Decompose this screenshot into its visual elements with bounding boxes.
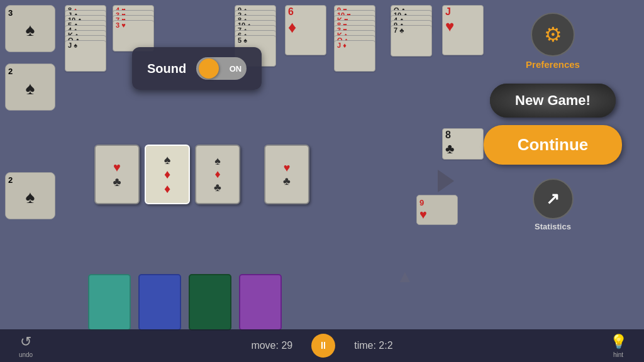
card-value: 3 [8,8,13,18]
sound-overlay: Sound ON [132,47,262,90]
card-backs-row [88,274,282,331]
right-panel: ⚙ Preferences New Game! Continue ↗ Stati… [462,0,644,362]
pause-button[interactable]: ⏸ [311,334,335,358]
preferences-button[interactable]: ⚙ [531,13,575,57]
deck-card-purple[interactable] [239,274,282,331]
lightbulb-icon: 💡 [610,334,627,350]
card-column-4: 6 ♦ [283,5,328,55]
deck-card-blue[interactable] [138,274,181,331]
statistics-area: ↗ Statistics [533,178,574,231]
card-column-5: 9 ♥ 10 ♥ K ♥ 8 ♥ 3 ♥ K ♦ Q ♦ J ♦ [332,5,377,72]
undo-button[interactable]: ↺ undo [10,334,42,358]
card[interactable]: 7 ♣ [391,25,432,57]
hint-button[interactable]: 💡 hint [602,334,634,358]
card-column-1: 8 ♦ J ♣ 10 ♣ 5 ♣ 4 ♠ K ♠ Q ♣ J ♠ [63,5,108,72]
right-edge-card[interactable]: 9 ♥ [416,195,458,225]
card[interactable]: J ♦ [334,40,375,72]
preferences-area: ⚙ Preferences [526,13,580,70]
time-label: time: 2:2 [354,340,392,351]
sound-toggle[interactable]: ON [196,57,247,80]
stats-icon: ↗ [546,189,560,209]
card-column-2: 4 ♥ 3 ♥ 7 ♥ 3 ♥ [111,5,156,52]
corner-card-2b[interactable]: 2 ♠ [5,172,55,219]
move-label: move: 29 [251,340,292,351]
deck-card-teal[interactable] [88,274,131,331]
column-arrow[interactable]: ▲ [396,266,414,287]
bottom-bar: ↺ undo move: 29 ⏸ time: 2:2 💡 hint [0,329,644,362]
active-cards-row: ♥ ♣ ♠ ♦ ♦ ♠ ♦ ♣ ♥ ♣ [94,145,309,204]
undo-icon: ↺ [20,334,31,350]
toggle-on-text: ON [230,64,242,74]
toggle-thumb [199,58,219,79]
gear-icon: ⚙ [544,23,562,47]
corner-card-2[interactable]: 2 ♠ [5,63,55,111]
large-card-3[interactable]: ♥ ♣ [264,145,309,204]
left-side-cards: 3 ♠ 2 ♠ 2 ♠ [5,5,60,224]
card-suit: ♠ [8,79,52,99]
pause-icon: ⏸ [318,340,328,351]
statistics-button[interactable]: ↗ [533,178,574,219]
corner-card-3[interactable]: 3 ♠ [5,5,55,52]
large-card-2[interactable]: ♠ ♦ ♣ [195,145,240,204]
card-suit: ♠ [8,20,52,40]
new-game-button[interactable]: New Game! [490,84,616,118]
preferences-label: Preferences [526,59,580,70]
new-game-label: New Game! [515,92,591,108]
large-card-selected[interactable]: ♠ ♦ ♦ [145,145,190,204]
undo-label: undo [19,351,33,358]
bottom-info: move: 29 ⏸ time: 2:2 [42,334,602,358]
statistics-label: Statistics [535,222,571,231]
large-card-1[interactable]: ♥ ♣ [94,145,140,204]
hint-label: hint [613,351,623,358]
game-board: 3 ♠ 2 ♠ 2 ♠ 8 ♦ J ♣ 10 ♣ 5 ♣ 4 ♠ K ♠ Q ♣… [0,0,644,362]
card-suit: ♠ [8,187,52,207]
card-value: 2 [8,175,13,185]
card[interactable]: J ♠ [65,40,106,72]
card-column-6: Q ♣ 10 ♣ 4 ♣ 9 ♣ 7 ♣ [389,5,434,57]
card[interactable]: 6 ♦ [285,5,326,55]
continue-button[interactable]: Continue [484,125,622,165]
next-arrow[interactable] [438,170,454,192]
card-value: 2 [8,67,13,76]
sound-label: Sound [147,62,186,76]
continue-label: Continue [518,135,589,154]
deck-card-green[interactable] [189,274,231,331]
